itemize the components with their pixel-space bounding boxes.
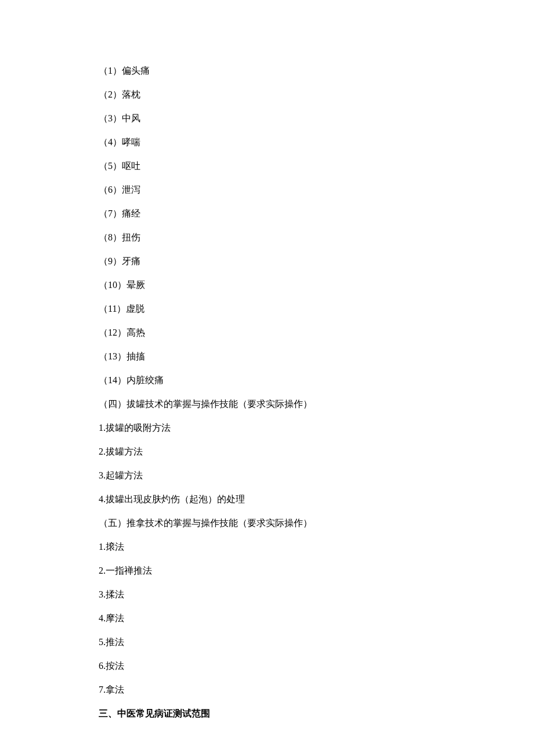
document-page: （1）偏头痛（2）落枕（3）中风（4）哮喘（5）呕吐（6）泄泻（7）痛经（8）扭… bbox=[0, 0, 534, 756]
body-line: （5）呕吐 bbox=[99, 159, 435, 173]
body-line: 5.推法 bbox=[99, 635, 435, 649]
body-line: 1.㨰法 bbox=[99, 540, 435, 554]
body-line: （11）虚脱 bbox=[99, 302, 435, 316]
body-line: 3.揉法 bbox=[99, 588, 435, 602]
body-line: （7）痛经 bbox=[99, 207, 435, 221]
body-line: 4.拔罐出现皮肤灼伤（起泡）的处理 bbox=[99, 492, 435, 506]
body-line: 2.拔罐方法 bbox=[99, 445, 435, 459]
body-line: （五）推拿技术的掌握与操作技能（要求实际操作） bbox=[99, 516, 435, 530]
body-line: （10）晕厥 bbox=[99, 278, 435, 292]
body-line: 2.一指禅推法 bbox=[99, 564, 435, 578]
body-line: 1.拔罐的吸附方法 bbox=[99, 421, 435, 435]
body-line: （13）抽搐 bbox=[99, 350, 435, 363]
body-line: （14）内脏绞痛 bbox=[99, 373, 435, 387]
body-line: （8）扭伤 bbox=[99, 231, 435, 244]
body-line: 7.拿法 bbox=[99, 683, 435, 697]
section-heading: 三、中医常见病证测试范围 bbox=[99, 707, 435, 721]
body-line: 3.起罐方法 bbox=[99, 469, 435, 483]
body-line: （1）偏头痛 bbox=[99, 64, 435, 78]
body-line: （4）哮喘 bbox=[99, 135, 435, 149]
body-line: 6.按法 bbox=[99, 659, 435, 673]
body-line: （四）拔罐技术的掌握与操作技能（要求实际操作） bbox=[99, 397, 435, 411]
body-line: 4.摩法 bbox=[99, 611, 435, 625]
body-line: （12）高热 bbox=[99, 326, 435, 340]
body-line: （3）中风 bbox=[99, 111, 435, 125]
document-body: （1）偏头痛（2）落枕（3）中风（4）哮喘（5）呕吐（6）泄泻（7）痛经（8）扭… bbox=[99, 64, 435, 721]
body-line: （2）落枕 bbox=[99, 88, 435, 102]
body-line: （6）泄泻 bbox=[99, 183, 435, 197]
body-line: （9）牙痛 bbox=[99, 254, 435, 268]
